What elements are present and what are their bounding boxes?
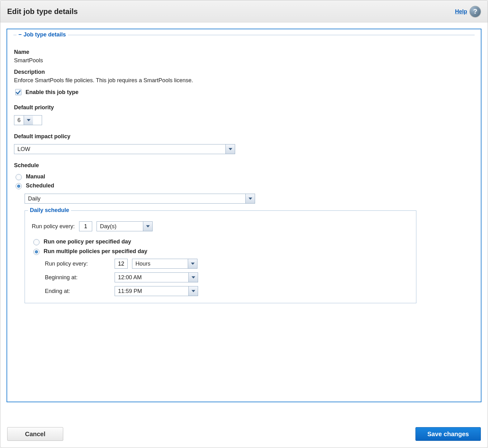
job-type-details-group: −Job type details Name SmartPools Descri… bbox=[13, 35, 475, 310]
dialog-title: Edit job type details bbox=[7, 7, 78, 16]
end-label: Ending at: bbox=[45, 288, 110, 295]
begin-time-value: 12:00 AM bbox=[115, 273, 188, 282]
schedule-manual-label: Manual bbox=[26, 173, 45, 180]
run-every-label: Run policy every: bbox=[32, 223, 75, 230]
begin-time-select[interactable]: 12:00 AM bbox=[115, 272, 198, 282]
chevron-down-icon bbox=[188, 259, 197, 268]
daily-legend: −Daily schedule bbox=[28, 207, 71, 214]
chevron-down-icon bbox=[143, 222, 152, 231]
content-area: −Job type details Name SmartPools Descri… bbox=[0, 22, 488, 422]
impact-label: Default impact policy bbox=[14, 133, 474, 140]
priority-label: Default priority bbox=[14, 104, 474, 111]
run-multiple-label: Run multiple policies per specified day bbox=[44, 248, 147, 255]
help-area: Help ? bbox=[455, 6, 481, 17]
titlebar: Edit job type details Help ? bbox=[0, 0, 488, 22]
run-one-label: Run one policy per specified day bbox=[44, 238, 131, 245]
begin-label: Beginning at: bbox=[45, 274, 110, 281]
multi-every-unit-select[interactable]: Hours bbox=[132, 259, 197, 269]
chevron-down-icon bbox=[188, 273, 198, 282]
schedule-scheduled-radio[interactable] bbox=[16, 183, 22, 189]
schedule-frequency-select[interactable]: Daily bbox=[25, 194, 255, 204]
description-label: Description bbox=[14, 69, 474, 75]
run-one-radio[interactable] bbox=[33, 239, 40, 245]
name-value: SmartPools bbox=[14, 57, 474, 64]
run-multiple-radio[interactable] bbox=[33, 249, 40, 255]
schedule-scheduled-label: Scheduled bbox=[26, 182, 54, 189]
run-every-unit-select[interactable]: Day(s) bbox=[97, 221, 153, 231]
dialog-window: Edit job type details Help ? −Job type d… bbox=[0, 0, 488, 448]
group-legend: −Job type details bbox=[17, 31, 68, 38]
chevron-down-icon bbox=[24, 116, 33, 125]
chevron-down-icon bbox=[188, 286, 198, 296]
collapse-icon[interactable]: − bbox=[18, 31, 22, 38]
main-panel: −Job type details Name SmartPools Descri… bbox=[7, 29, 481, 402]
run-every-n-value[interactable] bbox=[79, 222, 92, 231]
priority-select[interactable]: 6 bbox=[14, 115, 42, 125]
daily-schedule-group: −Daily schedule Run policy every: Day(s) bbox=[25, 210, 416, 303]
impact-value: LOW bbox=[14, 144, 225, 154]
name-label: Name bbox=[14, 49, 474, 55]
end-time-value: 11:59 PM bbox=[115, 286, 188, 296]
footer: Cancel Save changes bbox=[0, 422, 488, 448]
chevron-down-icon bbox=[225, 144, 235, 154]
multi-every-n-value[interactable] bbox=[115, 259, 127, 268]
description-value: Enforce SmartPools file policies. This j… bbox=[14, 77, 474, 84]
cancel-button[interactable]: Cancel bbox=[7, 427, 63, 441]
end-time-select[interactable]: 11:59 PM bbox=[115, 286, 198, 296]
chevron-down-icon bbox=[245, 194, 255, 203]
impact-select[interactable]: LOW bbox=[14, 144, 235, 154]
group-legend-text: Job type details bbox=[24, 31, 66, 38]
help-icon[interactable]: ? bbox=[470, 6, 481, 17]
run-every-unit-value: Day(s) bbox=[97, 222, 143, 231]
multi-every-unit-value: Hours bbox=[132, 259, 188, 268]
enable-checkbox[interactable] bbox=[15, 89, 21, 95]
schedule-label: Schedule bbox=[14, 162, 474, 169]
multi-every-n-input[interactable] bbox=[115, 259, 128, 269]
priority-value: 6 bbox=[14, 116, 24, 125]
schedule-frequency-value: Daily bbox=[25, 194, 245, 203]
multi-every-label: Run policy every: bbox=[45, 261, 110, 267]
daily-legend-text: Daily schedule bbox=[30, 207, 69, 213]
enable-label: Enable this job type bbox=[26, 89, 78, 96]
run-every-n-input[interactable] bbox=[79, 221, 92, 231]
help-link[interactable]: Help bbox=[455, 8, 467, 15]
schedule-manual-radio[interactable] bbox=[16, 174, 22, 180]
save-button[interactable]: Save changes bbox=[415, 427, 481, 441]
